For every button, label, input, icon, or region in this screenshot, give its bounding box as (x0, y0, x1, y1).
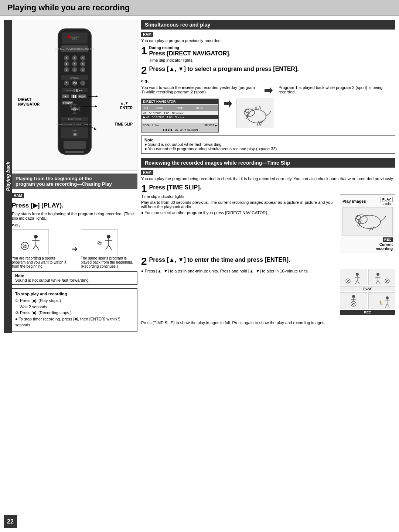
sim-step2-title: Press [▲, ▼] to select a program and pre… (149, 65, 299, 72)
direct-navigator-label: DIRECT NAVIGATOR (18, 97, 40, 107)
nav-table: CH DATE TIME TITLE (143, 106, 217, 110)
svg-text:7: 7 (66, 69, 67, 71)
svg-text:⚽: ⚽ (97, 240, 102, 245)
step1-desc1: Time slip indicator lights. (141, 194, 336, 199)
svg-text:9: 9 (82, 69, 83, 71)
stop-play-title: To stop play and recording (15, 292, 134, 296)
chasing-play-content: RAM Press [▶] (PLAY). Play starts from t… (12, 191, 137, 333)
svg-text:5: 5 (74, 63, 75, 65)
soccer-svg-1: ⚽ (14, 231, 47, 253)
chasing-eg: ⚽ You are recording a s (12, 229, 137, 268)
svg-text:▐▐▐▐: ▐▐▐▐ (72, 133, 78, 136)
svg-text:CANCEL: CANCEL (70, 77, 79, 79)
chasing-note-text: Sound is not output while fast-forwardin… (15, 278, 134, 282)
svg-point-92 (358, 215, 381, 229)
step2-images: ⚽ (340, 269, 395, 315)
nav-screenshot: DIRECT NAVIGATOR CH DATE TIME TITLE (141, 99, 219, 133)
rec-pics-grid: ⚽ (340, 292, 395, 309)
stop-step3: ● To stop timer recording, press [■], th… (15, 316, 134, 328)
reviewing-step1-content: Time slip indicator lights. Play starts … (141, 194, 395, 253)
sim-header: Simultaneous rec and play (141, 20, 395, 30)
chasing-note-title: Note (15, 274, 134, 278)
nav-row-2-highlighted: ▶ 41 6/19 TUE 1:00 Soccer (141, 115, 218, 119)
enter-label: ▲,▼ ENTER (120, 101, 133, 110)
rec-pic-1: ⚽ (340, 292, 367, 309)
svg-point-3 (68, 35, 71, 38)
svg-text:⚽: ⚽ (352, 302, 355, 306)
page-title-bar: Playing while you are recording (0, 0, 399, 16)
rec-label-2: REC (340, 310, 395, 315)
soccer-scene-2: ⚽ (81, 229, 118, 255)
reviewing-footer: Press [TIME SLIP] to show the play image… (141, 318, 395, 325)
chasing-play-header: Playing from the beginning of the progra… (12, 174, 137, 189)
dino-image (236, 99, 273, 128)
svg-text:PROG.CHECK ADD'32 CH SKIP TIME: PROG.CHECK ADD'32 CH SKIP TIME SLIP (57, 123, 93, 126)
play-images-label: Play images (342, 199, 366, 203)
sim-eg-col1: You want to watch the movie you recorded… (141, 85, 258, 96)
reviewing-step2: 2 Press [▲, ▼] to enter the time and pre… (141, 256, 395, 315)
stop-step1-sub: Wait 2 seconds. (15, 304, 134, 310)
svg-text:⠂ ⠂ ⠂: ⠂ ⠂ ⠂ (72, 144, 78, 146)
chasing-col2-text: The same sports program is played back f… (81, 256, 138, 268)
step2-bullet: ● Press [▲, ▼] to alter in one-minute un… (141, 269, 336, 273)
svg-rect-65 (65, 151, 84, 153)
sim-ram-badge: RAM (141, 32, 153, 37)
step2-content: ● Press [▲, ▼] to alter in one-minute un… (141, 269, 395, 315)
svg-marker-79 (265, 87, 273, 94)
play-dino (342, 207, 393, 236)
svg-line-77 (106, 245, 109, 250)
svg-marker-50 (95, 105, 97, 107)
remote-svg: DVD POWER VCR Plus+ TV/VIDEO REC MODE RE… (40, 27, 110, 164)
svg-point-119 (386, 296, 389, 299)
sim-step1-sub: Time slip indicator lights. (149, 58, 231, 62)
svg-line-72 (36, 245, 39, 250)
reviewing-ram-badge: RAM (141, 170, 153, 175)
svg-line-105 (355, 280, 357, 284)
svg-line-122 (385, 304, 387, 308)
nav-header: CH DATE TIME TITLE (144, 106, 216, 110)
reviewing-step1: 1 Press [TIME SLIP]. Time slip indicator… (141, 184, 395, 253)
svg-text:VCR Plus+ TV/VIDEO REC MODE RE: VCR Plus+ TV/VIDEO REC MODE REC (55, 48, 95, 50)
svg-text:6: 6 (82, 63, 83, 65)
sim-bold1: movie (182, 85, 194, 90)
svg-text:🏃: 🏃 (378, 300, 383, 306)
reviewing-header: Reviewing the recorded images while reco… (141, 158, 395, 168)
current-recording-label: Current recording (342, 243, 393, 251)
svg-line-71 (33, 245, 36, 250)
rec-pic-2: 🏃 (368, 292, 396, 309)
sim-illustration: DIRECT NAVIGATOR CH DATE TIME TITLE (141, 99, 395, 133)
step1-bullet: ● You can select another program if you … (141, 210, 336, 215)
svg-marker-90 (255, 106, 257, 110)
svg-rect-59 (61, 127, 88, 138)
svg-point-116 (352, 295, 355, 298)
svg-marker-91 (259, 106, 261, 109)
svg-point-102 (356, 273, 359, 276)
play-pic-svg-1: ⚽ (342, 270, 365, 285)
svg-point-109 (376, 273, 379, 276)
time-slip-label: TIME SLIP (115, 122, 133, 126)
svg-point-68 (34, 235, 38, 238)
left-col: DVD POWER VCR Plus+ TV/VIDEO REC MODE RE… (12, 20, 137, 333)
reviewing-step2-title: Press [▲, ▼] to enter the time and press… (149, 256, 290, 263)
nav-arrow (222, 99, 233, 109)
play-label-2: PLAY (340, 286, 395, 291)
sim-eg: You want to watch the movie you recorded… (141, 85, 395, 96)
svg-text:100: 100 (72, 82, 77, 85)
chasing-col2: ⚽ The same sports program is played back… (81, 229, 138, 268)
play-pic-1: ⚽ (340, 269, 367, 285)
sim-eg-label: e.g., (141, 79, 395, 83)
rec-badge: REC (383, 237, 393, 242)
play-pics-grid: ⚽ (340, 269, 395, 285)
sim-intro: You can play a program previously record… (141, 38, 395, 43)
chasing-note-box: Note Sound is not output while fast-forw… (12, 271, 137, 285)
sim-section: Simultaneous rec and play RAM You can pl… (141, 20, 395, 154)
sim-step1-label: During recording (149, 46, 231, 50)
svg-point-95 (357, 216, 358, 217)
svg-text:⚽: ⚽ (386, 279, 389, 283)
svg-text:WRAP ▌▐▌ ▶▶: WRAP ▌▐▌ ▶▶ (66, 89, 83, 92)
svg-text:⚽: ⚽ (346, 279, 349, 283)
reviewing-step1-title: Press [TIME SLIP]. (149, 184, 201, 191)
play-pic-2: ⚽ (368, 269, 396, 285)
svg-line-113 (378, 280, 380, 284)
left-wrapper: Playing back DVD POWER (4, 20, 137, 333)
